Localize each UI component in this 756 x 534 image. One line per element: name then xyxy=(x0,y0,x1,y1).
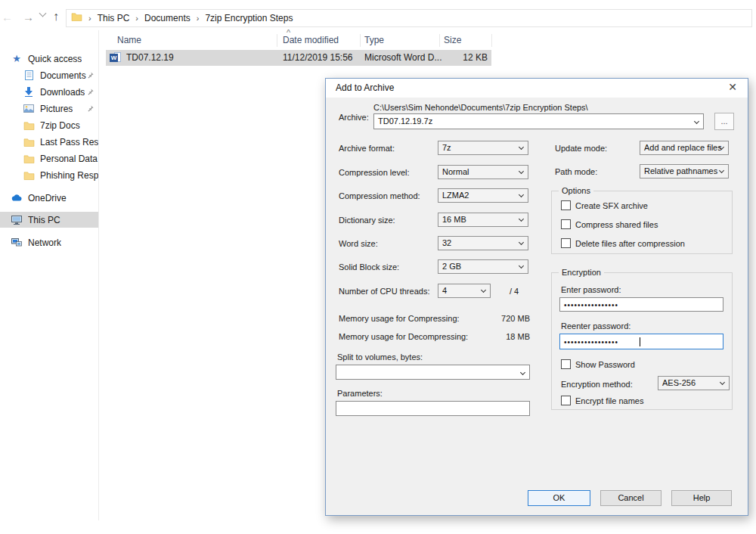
column-header-name[interactable]: Name xyxy=(117,35,141,45)
enter-password-label: Enter password: xyxy=(561,285,621,294)
solid-block-size-combobox[interactable]: 2 GB xyxy=(438,259,528,274)
create-sfx-checkbox-row[interactable]: Create SFX archive xyxy=(561,200,648,210)
compress-shared-checkbox-row[interactable]: Compress shared files xyxy=(561,219,658,229)
chevron-down-icon[interactable] xyxy=(719,168,724,173)
chevron-down-icon[interactable] xyxy=(481,287,486,293)
chevron-down-icon[interactable] xyxy=(519,169,524,174)
chevron-down-icon[interactable] xyxy=(520,370,525,375)
show-password-checkbox[interactable] xyxy=(561,359,571,369)
recent-locations-chevron-icon[interactable] xyxy=(39,10,47,17)
path-mode-combobox[interactable]: Relative pathnames xyxy=(640,164,729,179)
address-bar[interactable]: › This PC › Documents › 7zip Encryption … xyxy=(66,9,752,27)
sidebar-item-7zip-docs[interactable]: 7zip Docs xyxy=(0,117,98,133)
split-volumes-label: Split to volumes, bytes: xyxy=(337,352,423,362)
breadcrumb-documents[interactable]: Documents xyxy=(144,13,191,23)
chevron-down-icon[interactable] xyxy=(720,380,725,385)
file-row-selected[interactable]: W TD07.12.19 11/12/2019 15:56 Microsoft … xyxy=(106,50,491,66)
reenter-password-mask: •••••••••••••••• xyxy=(564,338,618,346)
column-divider[interactable] xyxy=(491,34,492,47)
breadcrumb-current-folder[interactable]: 7zip Encryption Steps xyxy=(205,13,293,23)
up-button[interactable]: ↑ xyxy=(53,10,59,23)
this-pc-icon xyxy=(11,216,23,225)
close-icon[interactable]: ✕ xyxy=(725,81,740,93)
breadcrumb-this-pc[interactable]: This PC xyxy=(98,13,130,23)
chevron-down-icon[interactable] xyxy=(519,240,524,245)
archive-format-label: Archive format: xyxy=(339,144,395,153)
forward-button[interactable]: → xyxy=(23,11,34,23)
sidebar-item-personal-data-breach[interactable]: Personal Data Breac xyxy=(0,151,98,166)
browse-button[interactable]: ... xyxy=(714,113,734,130)
show-password-checkbox-row[interactable]: Show Password xyxy=(561,359,635,369)
sidebar-item-network[interactable]: Network xyxy=(0,234,98,250)
encryption-method-combobox[interactable]: AES-256 xyxy=(658,376,730,390)
compress-shared-label: Compress shared files xyxy=(575,220,658,229)
reenter-password-input[interactable]: •••••••••••••••• xyxy=(559,334,723,349)
options-group-title: Options xyxy=(559,186,593,195)
sidebar-item-label: Quick access xyxy=(28,54,82,64)
sidebar-item-downloads[interactable]: Downloads xyxy=(0,84,98,100)
folder-icon xyxy=(23,138,35,147)
compression-method-combobox[interactable]: LZMA2 xyxy=(438,188,528,203)
encrypt-names-label: Encrypt file names xyxy=(575,396,643,405)
chevron-down-icon[interactable] xyxy=(519,144,524,150)
help-button[interactable]: Help xyxy=(671,490,732,506)
options-groupbox: Options Create SFX archive Compress shar… xyxy=(551,191,733,254)
memory-decompress-value: 18 MB xyxy=(477,332,530,341)
pin-icon xyxy=(87,104,94,114)
word-document-icon: W xyxy=(110,52,122,66)
archive-name-combobox[interactable]: TD07.12.19.7z xyxy=(373,113,704,129)
chevron-down-icon[interactable] xyxy=(519,216,524,222)
sidebar-item-this-pc[interactable]: This PC xyxy=(0,212,98,228)
compress-shared-checkbox[interactable] xyxy=(561,219,571,229)
word-size-combobox[interactable]: 32 xyxy=(438,236,528,250)
back-button[interactable]: ← xyxy=(2,11,13,23)
archive-format-combobox[interactable]: 7z xyxy=(438,141,528,155)
sidebar-item-phishing-responses[interactable]: Phishing Responses xyxy=(0,167,98,183)
chevron-down-icon[interactable] xyxy=(694,119,699,124)
sidebar-item-label: Pictures xyxy=(40,104,73,114)
pane-divider xyxy=(98,30,99,520)
column-header-size[interactable]: Size xyxy=(444,35,461,45)
column-header-date-modified[interactable]: Date modified xyxy=(283,35,339,45)
encrypt-names-checkbox-row[interactable]: Encrypt file names xyxy=(561,396,643,405)
parameters-input[interactable] xyxy=(336,401,530,416)
column-divider[interactable] xyxy=(360,34,361,47)
text-cursor xyxy=(640,337,640,346)
ok-button[interactable]: OK xyxy=(528,490,590,506)
delete-after-checkbox[interactable] xyxy=(561,238,571,248)
update-mode-combobox[interactable]: Add and replace files xyxy=(640,141,729,155)
sidebar-item-label: Documents xyxy=(40,70,86,81)
add-to-archive-dialog: Add to Archive ✕ Archive: C:\Users\Sim N… xyxy=(325,78,748,516)
create-sfx-checkbox[interactable] xyxy=(561,200,571,210)
file-type: Microsoft Word D... xyxy=(364,52,442,63)
sidebar-item-documents[interactable]: Documents xyxy=(0,67,98,83)
delete-after-checkbox-row[interactable]: Delete files after compression xyxy=(561,238,685,248)
sidebar-item-last-pass-responses[interactable]: Last Pass Responses xyxy=(0,134,98,150)
column-header-type[interactable]: Type xyxy=(364,35,384,45)
sidebar-item-quick-access[interactable]: ★ Quick access xyxy=(0,51,98,67)
encrypt-names-checkbox[interactable] xyxy=(561,396,571,405)
split-volumes-combobox[interactable] xyxy=(336,365,530,380)
sidebar-item-pictures[interactable]: Pictures xyxy=(0,101,98,116)
pin-icon xyxy=(87,87,94,98)
folder-icon xyxy=(71,12,82,23)
enter-password-input[interactable]: •••••••••••••••• xyxy=(559,297,723,312)
folder-icon xyxy=(23,121,35,130)
navigation-pane: ★ Quick access Documents Downloads Pictu… xyxy=(0,30,98,522)
dialog-titlebar[interactable]: Add to Archive ✕ xyxy=(326,79,748,98)
quick-access-star-icon: ★ xyxy=(11,54,23,64)
column-divider[interactable] xyxy=(277,34,277,47)
sidebar-item-onedrive[interactable]: OneDrive xyxy=(0,190,98,206)
encryption-method-value: AES-256 xyxy=(662,378,696,387)
cpu-threads-max: / 4 xyxy=(510,287,519,296)
cpu-threads-combobox[interactable]: 4 xyxy=(438,284,491,298)
cancel-button[interactable]: Cancel xyxy=(600,490,662,506)
chevron-down-icon[interactable] xyxy=(519,263,524,269)
chevron-down-icon[interactable] xyxy=(519,192,524,197)
compression-level-combobox[interactable]: Normal xyxy=(438,165,528,179)
sidebar-item-label: Last Pass Responses xyxy=(40,137,98,147)
dictionary-size-combobox[interactable]: 16 MB xyxy=(438,213,528,227)
download-icon xyxy=(23,87,35,97)
column-divider[interactable] xyxy=(439,34,440,47)
solid-block-size-value: 2 GB xyxy=(442,262,461,271)
